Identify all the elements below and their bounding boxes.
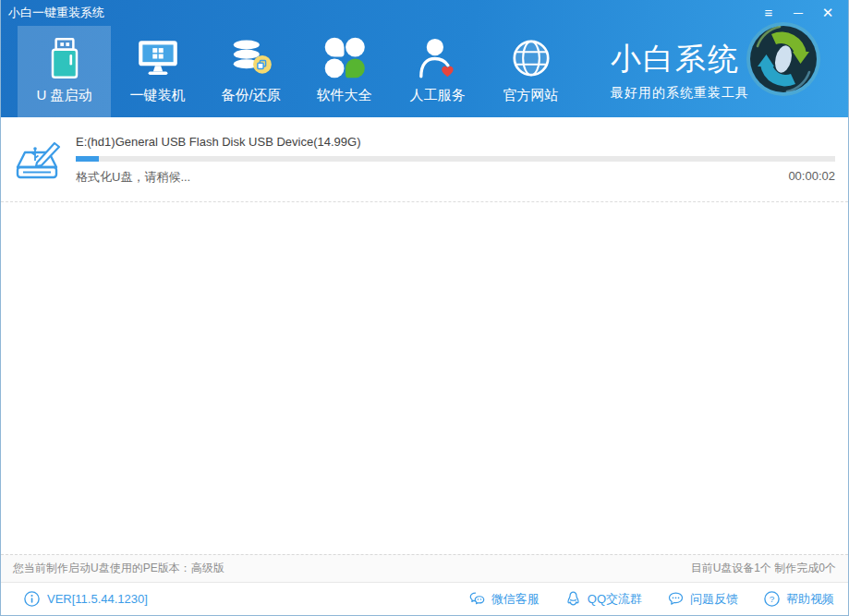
footer-link-label: QQ交流群 xyxy=(588,591,642,608)
progress-meta: 格式化U盘，请稍候... 00:00:02 xyxy=(76,169,835,186)
device-summary-text: 目前U盘设备1个 制作完成0个 xyxy=(691,561,836,576)
pe-version-text: 您当前制作启动U盘使用的PE版本：高级版 xyxy=(13,561,224,576)
progress-status-text: 格式化U盘，请稍候... xyxy=(76,169,190,186)
elapsed-time: 00:00:02 xyxy=(788,169,835,186)
nav-item-backup-restore[interactable]: 备份/还原 xyxy=(204,26,297,117)
nav-item-usb-boot[interactable]: U 盘启动 xyxy=(18,26,111,117)
nav-label: 软件大全 xyxy=(317,87,372,104)
support-person-icon xyxy=(414,34,462,82)
backup-restore-icon xyxy=(227,34,275,82)
main-nav: U 盘启动 一键装机 xyxy=(1,26,848,117)
feedback-bubble-icon xyxy=(667,590,685,608)
brand-block: 小白系统 最好用的系统重装工具 xyxy=(611,26,749,117)
software-clover-icon xyxy=(321,34,369,82)
statusbar: 您当前制作启动U盘使用的PE版本：高级版 目前U盘设备1个 制作完成0个 xyxy=(1,554,848,582)
brand-name: 小白系统 xyxy=(611,41,749,78)
link-feedback[interactable]: 问题反馈 xyxy=(667,590,738,608)
nav-label: U 盘启动 xyxy=(37,87,92,104)
footer-link-label: 帮助视频 xyxy=(786,591,834,608)
link-wechat-support[interactable]: 微信客服 xyxy=(468,590,540,608)
help-video-icon: ? xyxy=(763,590,781,608)
footer: VER[11.5.44.1230] 微信客服 QQ交流群 xyxy=(1,582,848,615)
svg-text:?: ? xyxy=(770,594,775,604)
footer-links: 微信客服 QQ交流群 问题反馈 xyxy=(468,590,834,608)
version-info[interactable]: VER[11.5.44.1230] xyxy=(23,590,148,608)
usb-progress-panel: E:(hd1)General USB Flash Disk USB Device… xyxy=(1,117,848,202)
brand-logo-icon xyxy=(743,18,824,100)
footer-link-label: 微信客服 xyxy=(491,591,540,608)
progress-fill xyxy=(76,156,99,162)
usb-device-label: E:(hd1)General USB Flash Disk USB Device… xyxy=(76,135,835,149)
disk-write-icon xyxy=(14,137,64,185)
link-help-video[interactable]: ? 帮助视频 xyxy=(763,590,834,608)
nav-item-one-key-install[interactable]: 一键装机 xyxy=(111,26,204,117)
nav-label: 备份/还原 xyxy=(221,87,280,104)
usb-drive-icon xyxy=(41,34,89,82)
info-icon xyxy=(23,590,41,608)
qq-icon xyxy=(564,590,582,608)
nav-label: 一键装机 xyxy=(130,87,186,104)
nav-label: 人工服务 xyxy=(410,87,466,104)
content-area xyxy=(1,202,848,554)
progress-body: E:(hd1)General USB Flash Disk USB Device… xyxy=(76,132,835,201)
monitor-windows-icon xyxy=(134,34,182,82)
nav-item-support[interactable]: 人工服务 xyxy=(391,26,484,117)
nav-label: 官方网站 xyxy=(503,87,559,104)
app-window: 小白一键重装系统 ≡ ─ ✕ U 盘启动 xyxy=(0,0,849,616)
globe-icon xyxy=(507,34,555,82)
footer-link-label: 问题反馈 xyxy=(690,591,738,608)
nav-item-software[interactable]: 软件大全 xyxy=(297,26,391,117)
nav-item-website[interactable]: 官方网站 xyxy=(484,26,577,117)
titlebar: 小白一键重装系统 ≡ ─ ✕ xyxy=(1,0,848,26)
app-title: 小白一键重装系统 xyxy=(8,5,104,21)
link-qq-group[interactable]: QQ交流群 xyxy=(564,590,642,608)
header: 小白一键重装系统 ≡ ─ ✕ U 盘启动 xyxy=(1,0,848,117)
brand-slogan: 最好用的系统重装工具 xyxy=(611,85,749,102)
progress-bar xyxy=(76,156,835,162)
wechat-icon xyxy=(468,590,486,608)
version-text: VER[11.5.44.1230] xyxy=(47,592,148,606)
